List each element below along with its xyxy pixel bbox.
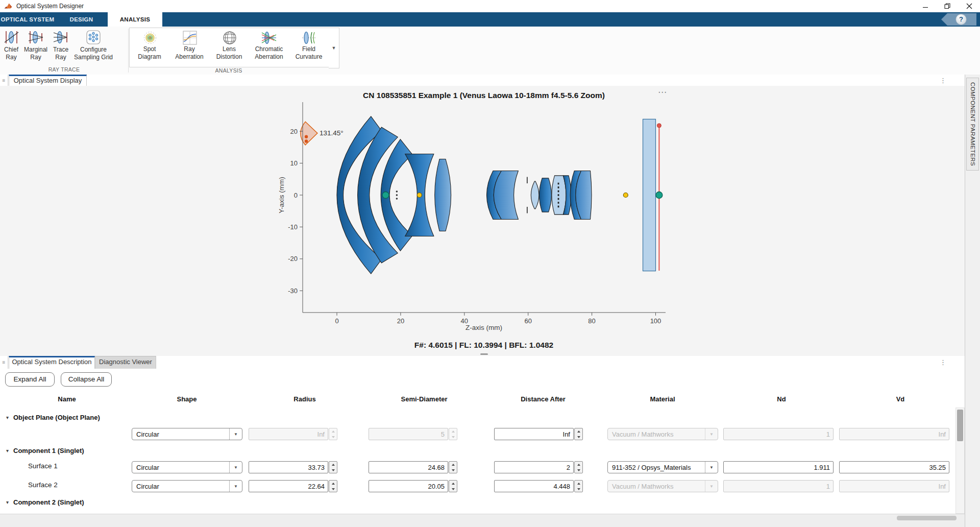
collapse-triangle-icon[interactable]: ▾: [6, 446, 9, 456]
tab-optical-system-display[interactable]: Optical System Display: [9, 75, 87, 86]
tabbar-overflow-icon[interactable]: ⋮: [940, 75, 946, 86]
gallery-button-chromatic-aberration[interactable]: ChromaticAberration: [249, 29, 289, 60]
diffractive-surface-mark: [558, 206, 559, 208]
distance-after-field[interactable]: Inf: [494, 428, 574, 440]
up-arrow-icon: [332, 464, 335, 466]
distance-after-field[interactable]: 2: [494, 461, 574, 473]
button-label: Sampling Grid: [74, 54, 113, 61]
toolstrip-button-configure-sampling-grid[interactable]: ConfigureSampling Grid: [67, 29, 120, 61]
y-tick-label: -30: [288, 287, 298, 295]
vertical-scrollbar[interactable]: [955, 408, 965, 514]
spinner-up[interactable]: [575, 481, 582, 486]
spinner-up[interactable]: [329, 481, 337, 486]
radius-field[interactable]: 33.73: [249, 461, 328, 473]
spinner-up[interactable]: [575, 428, 582, 434]
tab-component-parameters[interactable]: COMPONENT PARAMETERS: [966, 78, 979, 171]
gallery-expand-button[interactable]: ▼: [329, 28, 339, 68]
radius-field: Inf: [249, 428, 328, 440]
row-label-surface-1: Surface 1: [28, 462, 58, 470]
tab-label: Diagnostic Viewer: [95, 356, 156, 367]
selected-value: Circular: [132, 430, 229, 438]
scrollbar-thumb[interactable]: [957, 410, 963, 441]
nd-field: 1: [723, 428, 834, 440]
collapse-triangle-icon[interactable]: ▾: [6, 413, 9, 423]
semi-diameter-field-spinner: [449, 428, 457, 440]
semi-diameter-field-spinner[interactable]: [449, 480, 457, 492]
right-dock-strip: COMPONENT PARAMETERS: [965, 75, 980, 527]
help-button[interactable]: ?: [940, 13, 977, 26]
diffractive-surface-mark: [558, 186, 559, 188]
material-dropdown: Vacuum / Mathworks▼: [607, 480, 718, 492]
toolstrip: ChiefRayMarginalRayTraceRayConfigureSamp…: [0, 27, 980, 75]
collapse-triangle-icon[interactable]: ▾: [6, 497, 9, 508]
radius-field-spinner[interactable]: [329, 461, 337, 473]
tab-optical-system-description[interactable]: Optical System Description: [9, 356, 95, 369]
gallery-button-spot-diagram[interactable]: SpotDiagram: [130, 29, 169, 60]
splitter-handle[interactable]: [480, 353, 488, 355]
semi-diameter-field[interactable]: 24.68: [369, 461, 448, 473]
toolstrip-button-chief-ray[interactable]: ChiefRay: [0, 29, 22, 61]
spinner-down[interactable]: [329, 486, 337, 492]
spinner-down[interactable]: [575, 486, 582, 492]
collapse-all-button[interactable]: Collapse All: [61, 372, 112, 387]
button-label: Spot: [143, 45, 156, 53]
gallery-button-lens-distortion[interactable]: LensDistortion: [209, 29, 249, 60]
distance-after-field[interactable]: 4.448: [494, 480, 574, 492]
radius-field[interactable]: 22.64: [249, 480, 328, 492]
material-dropdown[interactable]: 911-352 / Opsys_Materials▼: [607, 461, 718, 473]
spinner-down[interactable]: [449, 467, 457, 473]
vd-field: Inf: [839, 428, 949, 440]
gallery-button-field-curvature[interactable]: FieldCurvature: [289, 29, 329, 60]
ribbon-tab-design[interactable]: DESIGN: [55, 12, 108, 27]
radius-field-spinner[interactable]: [329, 480, 337, 492]
spot-diagram-icon: [141, 29, 158, 45]
radius-field-spinner: [329, 428, 337, 440]
spinner-down[interactable]: [329, 467, 337, 473]
semi-diameter-field-spinner[interactable]: [449, 461, 457, 473]
spinner-down[interactable]: [575, 467, 582, 473]
semi-diameter-field[interactable]: 20.05: [369, 480, 448, 492]
toolstrip-button-marginal-ray[interactable]: MarginalRay: [23, 29, 48, 61]
nd-field[interactable]: 1.911: [723, 461, 834, 473]
group-row-component-1-singlet-: ▾Component 1 (Singlet): [0, 446, 306, 456]
spinner-down[interactable]: [575, 434, 582, 440]
ribbon-tab-analysis[interactable]: ANALYSIS: [108, 12, 162, 27]
distance-after-field-spinner[interactable]: [574, 428, 583, 440]
expand-all-button[interactable]: Expand All: [5, 372, 55, 387]
spinner-up[interactable]: [449, 462, 457, 467]
panel-grip-icon[interactable]: ≡: [0, 356, 8, 369]
button-label: Marginal: [24, 46, 47, 54]
ribbon-tab-optical-system[interactable]: OPTICAL SYSTEM: [0, 12, 55, 27]
spinner-up[interactable]: [575, 462, 582, 467]
tabbar-overflow-icon[interactable]: ⋮: [940, 356, 946, 369]
shape-dropdown[interactable]: Circular▼: [132, 461, 242, 473]
shape-dropdown[interactable]: Circular▼: [132, 428, 242, 440]
horizontal-scrollbar[interactable]: [897, 516, 957, 520]
plot-menu-button[interactable]: ⋯: [655, 89, 670, 98]
spinner-down: [449, 434, 457, 440]
distance-after-field-spinner[interactable]: [574, 480, 583, 492]
y-tick-label: 0: [294, 191, 298, 199]
vd-field[interactable]: 35.25: [839, 461, 949, 473]
down-arrow-icon: [577, 469, 580, 471]
button-label: Ray: [55, 54, 66, 61]
spinner-down[interactable]: [449, 486, 457, 492]
group-separator: [128, 29, 129, 73]
minimize-button[interactable]: [914, 0, 936, 12]
shape-dropdown[interactable]: Circular▼: [132, 480, 242, 492]
spinner-up[interactable]: [449, 481, 457, 486]
column-header-shape: Shape: [177, 395, 197, 403]
spinner-up[interactable]: [329, 462, 337, 467]
stop-marker: [623, 193, 628, 198]
button-label: Trace: [53, 46, 68, 54]
nd-field: 1: [723, 480, 834, 492]
gallery-button-ray-aberration[interactable]: RayAberration: [169, 29, 209, 60]
panel-grip-icon[interactable]: ≡: [0, 75, 8, 86]
fov-dot: [305, 135, 308, 138]
button-label: Chief: [4, 46, 18, 54]
close-button[interactable]: [958, 0, 980, 12]
distance-after-field-spinner[interactable]: [574, 461, 583, 473]
down-arrow-icon: [452, 436, 455, 438]
tab-diagnostic-viewer[interactable]: Diagnostic Viewer: [95, 356, 156, 369]
restore-button[interactable]: [936, 0, 958, 12]
